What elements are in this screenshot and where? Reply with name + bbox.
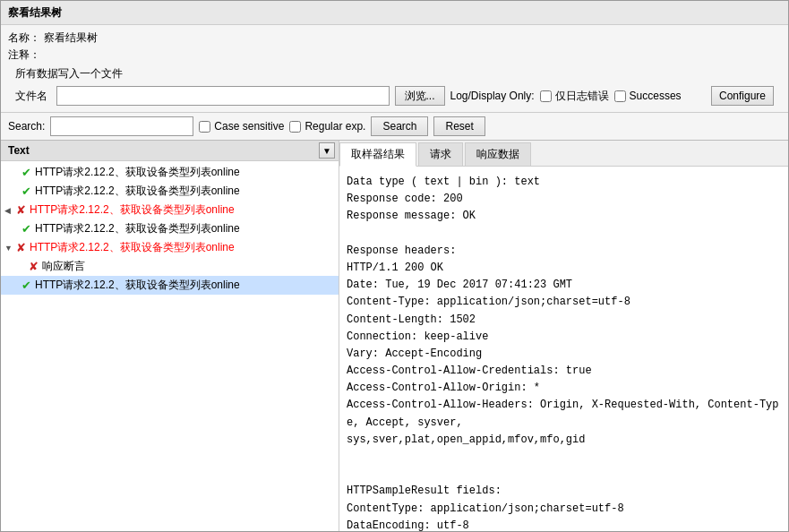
reset-button[interactable]: Reset bbox=[433, 116, 485, 136]
checkbox-log-errors-input[interactable] bbox=[540, 90, 552, 102]
tree-item-text: HTTP请求2.12.2、获取设备类型列表online bbox=[35, 221, 240, 236]
window-title: 察看结果树 bbox=[8, 6, 62, 19]
success-icon: ✔ bbox=[19, 166, 33, 180]
file-row: 文件名 浏览... Log/Display Only: 仅日志错误 Succes… bbox=[8, 83, 781, 108]
tree-item[interactable]: ▼ ✘ HTTP请求2.12.2、获取设备类型列表online bbox=[1, 238, 339, 257]
name-value: 察看结果树 bbox=[44, 30, 98, 46]
left-panel-title: Text bbox=[4, 142, 319, 159]
success-icon: ✔ bbox=[19, 279, 33, 293]
search-button[interactable]: Search bbox=[371, 116, 428, 136]
checkbox-successes-input[interactable] bbox=[614, 90, 626, 102]
tree-item[interactable]: ✔ HTTP请求2.12.2、获取设备类型列表online bbox=[1, 182, 339, 201]
case-sensitive-group[interactable]: Case sensitive bbox=[199, 120, 284, 133]
tab-sampler-result[interactable]: 取样器结果 bbox=[339, 142, 416, 167]
tree-item-text: 响应断言 bbox=[42, 259, 85, 274]
checkbox-successes-label: Successes bbox=[630, 90, 682, 102]
regular-exp-group[interactable]: Regular exp. bbox=[289, 120, 365, 133]
form-section: 名称： 察看结果树 注释： 所有数据写入一个文件 文件名 浏览... Log/D… bbox=[1, 25, 788, 113]
expand-arrow: ▼ bbox=[4, 244, 13, 253]
tree-item-text: HTTP请求2.12.2、获取设备类型列表online bbox=[35, 165, 240, 180]
tree-item[interactable]: ✔ HTTP请求2.12.2、获取设备类型列表online bbox=[1, 276, 339, 295]
checkbox-log-errors[interactable]: 仅日志错误 bbox=[540, 89, 609, 104]
tree-item-text: HTTP请求2.12.2、获取设备类型列表online bbox=[30, 202, 235, 218]
file-label: 文件名 bbox=[15, 89, 47, 104]
left-panel-header: Text ▼ bbox=[1, 141, 339, 161]
search-bar: Search: Case sensitive Regular exp. Sear… bbox=[1, 113, 788, 141]
name-label: 名称： bbox=[8, 30, 44, 46]
tree-item[interactable]: ✔ HTTP请求2.12.2、获取设备类型列表online bbox=[1, 163, 339, 182]
right-tabs: 取样器结果 请求 响应数据 bbox=[339, 141, 788, 167]
tree-item-text: HTTP请求2.12.2、获取设备类型列表online bbox=[30, 240, 235, 255]
regular-exp-label: Regular exp. bbox=[304, 120, 365, 133]
success-icon: ✔ bbox=[19, 222, 33, 236]
collapse-arrow: ◀ bbox=[4, 206, 13, 215]
checkbox-log-errors-label: 仅日志错误 bbox=[555, 89, 609, 104]
tree-content: ✔ HTTP请求2.12.2、获取设备类型列表online ✔ HTTP请求2.… bbox=[1, 161, 339, 531]
configure-button[interactable]: Configure bbox=[711, 86, 774, 106]
file-input[interactable] bbox=[56, 86, 390, 106]
case-sensitive-label: Case sensitive bbox=[214, 120, 284, 133]
tree-item-text: HTTP请求2.12.2、获取设备类型列表online bbox=[35, 278, 240, 293]
tree-item[interactable]: ◀ ✘ HTTP请求2.12.2、获取设备类型列表online bbox=[1, 201, 339, 219]
title-bar: 察看结果树 bbox=[1, 1, 788, 25]
browse-button[interactable]: 浏览... bbox=[395, 86, 445, 106]
success-icon: ✔ bbox=[19, 184, 33, 199]
name-row: 名称： 察看结果树 bbox=[8, 30, 781, 46]
main-content: Text ▼ ✔ HTTP请求2.12.2、获取设备类型列表online ✔ H… bbox=[1, 141, 788, 531]
tree-item[interactable]: ✘ 响应断言 bbox=[1, 257, 339, 276]
regular-exp-checkbox[interactable] bbox=[289, 121, 301, 133]
error-icon: ✘ bbox=[13, 203, 28, 218]
tab-request[interactable]: 请求 bbox=[418, 142, 463, 166]
tab-response-data[interactable]: 响应数据 bbox=[465, 142, 531, 166]
dropdown-button[interactable]: ▼ bbox=[319, 142, 335, 159]
main-window: 察看结果树 名称： 察看结果树 注释： 所有数据写入一个文件 文件名 浏览...… bbox=[0, 0, 789, 532]
comment-row: 注释： bbox=[8, 47, 781, 63]
log-display-label: Log/Display Only: bbox=[450, 90, 535, 102]
error-icon: ✘ bbox=[13, 241, 28, 255]
error-icon: ✘ bbox=[26, 260, 40, 274]
search-label: Search: bbox=[8, 120, 45, 133]
tree-item[interactable]: ✔ HTTP请求2.12.2、获取设备类型列表online bbox=[1, 219, 339, 238]
left-panel: Text ▼ ✔ HTTP请求2.12.2、获取设备类型列表online ✔ H… bbox=[1, 141, 339, 531]
checkbox-successes[interactable]: Successes bbox=[614, 90, 682, 102]
right-panel: 取样器结果 请求 响应数据 Data type ( text | bin ): … bbox=[339, 141, 788, 531]
log-display-section: Log/Display Only: 仅日志错误 Successes Config… bbox=[450, 86, 775, 106]
right-content: Data type ( text | bin ): text Response … bbox=[339, 167, 788, 531]
search-input[interactable] bbox=[50, 116, 193, 136]
case-sensitive-checkbox[interactable] bbox=[199, 121, 210, 133]
info-text: 所有数据写入一个文件 bbox=[8, 64, 781, 83]
tree-item-text: HTTP请求2.12.2、获取设备类型列表online bbox=[35, 184, 240, 199]
comment-label: 注释： bbox=[8, 47, 44, 63]
